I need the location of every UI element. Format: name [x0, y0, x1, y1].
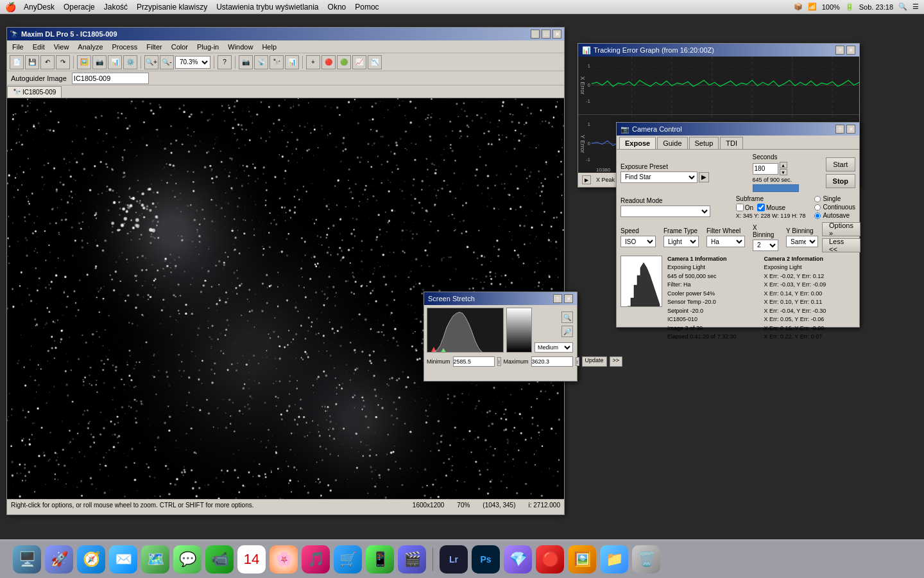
image-btn-4[interactable]: ⚙️	[123, 55, 137, 69]
tool-btn-8[interactable]: 📈	[352, 55, 366, 69]
apple-menu[interactable]: 🍎	[5, 2, 16, 12]
tool-btn-9[interactable]: 📉	[368, 55, 382, 69]
tool-btn-7[interactable]: 🟢	[337, 55, 351, 69]
readout-select[interactable]	[620, 206, 710, 217]
autosave-radio[interactable]	[814, 213, 821, 219]
camera-close-btn[interactable]: ✕	[846, 125, 855, 134]
dock-music[interactable]: 🎵	[302, 545, 330, 574]
autoguider-input[interactable]	[72, 73, 149, 84]
menu-pomoc[interactable]: Pomoc	[355, 3, 379, 12]
medium-select[interactable]: Medium	[535, 342, 573, 353]
menu-przypisanie[interactable]: Przypisanie klawiszy	[137, 3, 207, 12]
maximize-button[interactable]: □	[542, 30, 551, 39]
tool-btn-5[interactable]: +	[306, 55, 320, 69]
mouse-checkbox[interactable]	[757, 204, 765, 211]
speed-select[interactable]: ISO	[620, 236, 656, 247]
dock-messages[interactable]: 💬	[173, 545, 201, 574]
tool-btn-2[interactable]: 📡	[254, 55, 268, 69]
search-icon[interactable]: 🔍	[898, 3, 907, 11]
continuous-radio[interactable]	[814, 204, 821, 211]
filter-select[interactable]: Ha	[706, 236, 745, 247]
preset-select[interactable]: Find Star	[620, 171, 697, 183]
max-arrow-btn[interactable]: ↕	[576, 357, 579, 366]
menu-operacje[interactable]: Operacje	[64, 3, 95, 12]
seconds-down[interactable]: ▼	[780, 169, 787, 175]
tracking-help-btn[interactable]: ?	[835, 46, 844, 55]
dock-facetime2[interactable]: 📱	[366, 545, 394, 574]
camera-help-btn[interactable]: ?	[835, 125, 844, 134]
tool-btn-3[interactable]: 🔭	[270, 55, 284, 69]
ybinning-select[interactable]: Same	[786, 236, 818, 247]
menu-analyze[interactable]: Analyze	[74, 42, 107, 51]
preset-arrow-btn[interactable]: ▶	[699, 172, 709, 182]
new-button[interactable]: 📄	[10, 55, 24, 69]
menu-ustawienia[interactable]: Ustawienia trybu wyświetlania	[216, 3, 318, 12]
tab-expose[interactable]: Expose	[619, 137, 656, 149]
menu-view[interactable]: View	[50, 42, 73, 51]
tracking-close-btn[interactable]: ✕	[846, 46, 855, 55]
save-button[interactable]: 💾	[25, 55, 39, 69]
start-button[interactable]: Start	[826, 157, 855, 171]
menu-anydesk[interactable]: AnyDesk	[24, 3, 55, 12]
seconds-up[interactable]: ▲	[780, 162, 787, 168]
image-btn-3[interactable]: 📊	[108, 55, 122, 69]
undo-button[interactable]: ↶	[40, 55, 55, 69]
min-arrow-btn[interactable]: ↕	[497, 357, 501, 366]
dock-imovie[interactable]: 🎬	[398, 545, 426, 574]
help-button[interactable]: ?	[218, 55, 232, 69]
tracking-play-btn[interactable]: ▶	[582, 175, 591, 184]
menu-window[interactable]: Window	[224, 42, 257, 51]
stretch-help-btn[interactable]: ?	[553, 294, 562, 303]
dock-photos[interactable]: 🌸	[270, 545, 298, 574]
frame-type-select[interactable]: Light	[663, 236, 699, 247]
seconds-input[interactable]	[753, 163, 778, 175]
menu-edit[interactable]: Edit	[29, 42, 49, 51]
dock-photoshop[interactable]: Ps	[472, 545, 500, 574]
stretch-zoom-out[interactable]: 🔎	[561, 326, 573, 337]
menu-process[interactable]: Process	[108, 42, 142, 51]
less-button[interactable]: Less <<	[822, 238, 860, 252]
dock-facetime[interactable]: 📹	[205, 545, 234, 574]
zoom-in-button[interactable]: 🔍+	[144, 55, 158, 69]
zoom-select[interactable]: 70.3%	[175, 56, 210, 69]
menu-icon[interactable]: ☰	[912, 3, 919, 11]
dock-launchpad[interactable]: 🚀	[45, 545, 73, 574]
dock-calendar[interactable]: 14	[237, 545, 266, 574]
minimum-input[interactable]	[453, 356, 495, 367]
on-checkbox[interactable]	[736, 204, 744, 211]
update-button[interactable]: Update	[582, 356, 607, 367]
menu-filter[interactable]: Filter	[142, 42, 166, 51]
menu-jakosc[interactable]: Jakość	[104, 3, 128, 12]
options-button[interactable]: Options »	[822, 222, 860, 236]
menu-help[interactable]: Help	[258, 42, 280, 51]
redo-button[interactable]: ↷	[56, 55, 70, 69]
single-radio[interactable]	[814, 196, 821, 202]
dock-purple-app[interactable]: 💎	[504, 545, 532, 574]
tool-btn-6[interactable]: 🔴	[321, 55, 336, 69]
dock-red-app[interactable]: 🔴	[536, 545, 564, 574]
dock-appstore[interactable]: 🛒	[334, 545, 362, 574]
close-button[interactable]: ✕	[552, 30, 561, 39]
tool-btn-4[interactable]: 📊	[285, 55, 299, 69]
minimize-button[interactable]: _	[531, 30, 540, 39]
dock-finder2[interactable]: 📁	[600, 545, 628, 574]
stretch-zoom-in[interactable]: 🔍	[561, 311, 573, 323]
image-tab[interactable]: 🔭 IC1805-009	[7, 86, 62, 98]
tab-guide[interactable]: Guide	[657, 137, 687, 149]
dock-preview[interactable]: 🖼️	[568, 545, 596, 574]
xbinning-select[interactable]: 2	[753, 240, 778, 251]
dock-safari[interactable]: 🧭	[77, 545, 105, 574]
dock-finder[interactable]: 🖥️	[13, 545, 41, 574]
dock-maps[interactable]: 🗺️	[141, 545, 169, 574]
stretch-close-btn[interactable]: ✕	[564, 294, 573, 303]
dock-lightroom[interactable]: Lr	[440, 545, 468, 574]
menu-file[interactable]: File	[8, 42, 28, 51]
arrow-button[interactable]: >>	[610, 356, 623, 367]
image-btn-2[interactable]: 📷	[92, 55, 107, 69]
tab-setup[interactable]: Setup	[689, 137, 719, 149]
menu-okno[interactable]: Okno	[328, 3, 346, 12]
image-btn-1[interactable]: 🖼️	[77, 55, 91, 69]
maximum-input[interactable]	[531, 356, 573, 367]
tab-tdi[interactable]: TDI	[720, 137, 743, 149]
dock-trash[interactable]: 🗑️	[632, 545, 660, 574]
